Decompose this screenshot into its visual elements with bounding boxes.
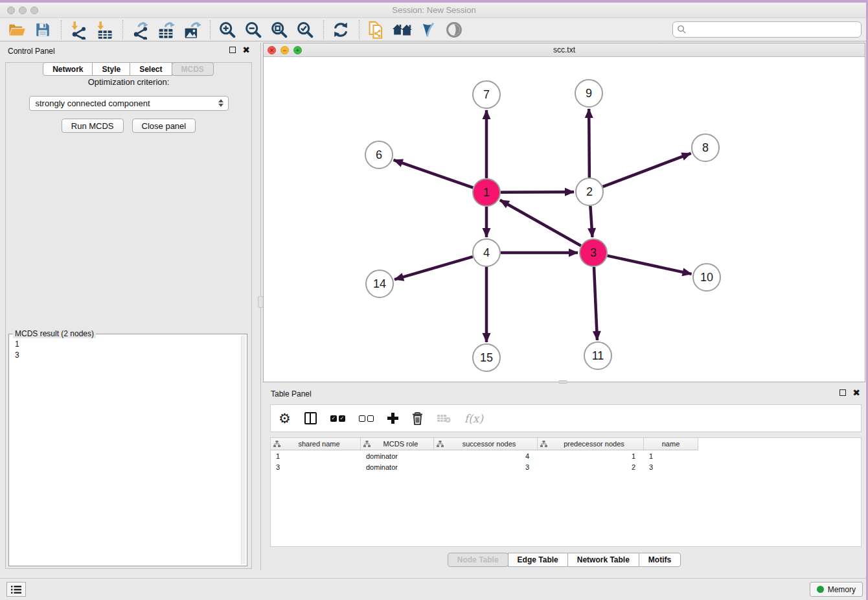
- add-row-icon[interactable]: [387, 413, 398, 424]
- network-window-titlebar[interactable]: ✕ − + scc.txt: [264, 43, 865, 57]
- float-panel-icon[interactable]: [229, 47, 236, 53]
- import-network-icon[interactable]: [68, 19, 89, 40]
- column-header-shared-name[interactable]: shared name: [271, 438, 361, 450]
- control-panel-tabs: Network Style Select MCDS: [0, 62, 257, 76]
- import-table-icon[interactable]: [94, 19, 115, 40]
- graph-node-label-9: 9: [586, 87, 592, 100]
- column-header-mcds-role[interactable]: MCDS role: [361, 438, 434, 450]
- tab-node-table[interactable]: Node Table: [448, 553, 508, 567]
- graph-edge-2-8[interactable]: [603, 154, 691, 187]
- export-image-icon[interactable]: [181, 19, 202, 40]
- graph-node-label-15: 15: [480, 351, 493, 364]
- graph-edge-2-9[interactable]: [589, 109, 589, 178]
- cell-predecessor-nodes[interactable]: 1: [538, 452, 644, 460]
- table-toolbar: ⚙ ✓✓ f(x): [270, 404, 862, 432]
- table-row[interactable]: 3 dominator 3 2 3: [271, 461, 861, 472]
- list-icon: [10, 585, 22, 594]
- cell-shared-name[interactable]: 3: [271, 463, 361, 471]
- network-resize-grip[interactable]: [558, 380, 567, 384]
- graph-node-label-7: 7: [483, 88, 490, 101]
- column-header-predecessor-nodes[interactable]: predecessor nodes: [538, 438, 644, 450]
- tab-motifs[interactable]: Motifs: [639, 553, 681, 567]
- mcds-result-line: 3: [15, 350, 240, 361]
- graph-edge-3-10[interactable]: [607, 256, 691, 274]
- tab-network-table[interactable]: Network Table: [567, 553, 639, 567]
- graph-node-label-14: 14: [373, 277, 386, 290]
- zoom-selected-icon[interactable]: [295, 19, 315, 40]
- tab-style[interactable]: Style: [92, 62, 130, 76]
- memory-button[interactable]: Memory: [810, 582, 863, 597]
- tab-select[interactable]: Select: [130, 62, 172, 76]
- show-details-icon[interactable]: [444, 19, 464, 40]
- open-session-icon[interactable]: [6, 19, 27, 40]
- mcds-panel-body: Optimization criterion: strongly connect…: [5, 62, 252, 569]
- column-header-name[interactable]: name: [644, 438, 698, 450]
- refresh-view-icon[interactable]: [330, 19, 351, 40]
- graph-edge-2-3[interactable]: [590, 206, 592, 237]
- cell-successor-nodes[interactable]: 3: [434, 463, 538, 471]
- graph-edge-1-2[interactable]: [501, 192, 574, 192]
- split-columns-icon[interactable]: [304, 412, 317, 424]
- table-settings-icon[interactable]: ⚙: [279, 412, 291, 425]
- table-header-row: shared name MCDS role successor nodes pr…: [271, 438, 861, 450]
- result-scrollbar[interactable]: [241, 336, 246, 564]
- cell-successor-nodes[interactable]: 4: [434, 452, 538, 460]
- delete-row-icon[interactable]: [412, 412, 423, 425]
- optimization-criterion-label: Optimization criterion:: [6, 77, 251, 87]
- cell-shared-name[interactable]: 1: [271, 452, 361, 460]
- zoom-fit-icon[interactable]: [269, 19, 290, 40]
- hide-details-icon[interactable]: [418, 19, 439, 40]
- run-mcds-button[interactable]: Run MCDS: [62, 119, 124, 133]
- optimization-criterion-value: strongly connected component: [36, 98, 150, 108]
- zoom-out-icon[interactable]: [243, 19, 264, 40]
- memory-label: Memory: [828, 585, 856, 594]
- graph-edge-1-6[interactable]: [394, 160, 474, 188]
- network-from-selection-icon[interactable]: [366, 19, 387, 40]
- zoom-in-icon[interactable]: [217, 19, 238, 40]
- table-panel-title: Table Panel: [271, 389, 312, 398]
- float-table-panel-icon[interactable]: [839, 389, 846, 396]
- graph-edge-4-14[interactable]: [394, 257, 473, 279]
- table-row[interactable]: 1 dominator 4 1 1: [271, 450, 861, 461]
- deselect-all-columns-icon[interactable]: [359, 415, 374, 422]
- tab-mcds[interactable]: MCDS: [172, 62, 214, 76]
- cell-mcds-role[interactable]: dominator: [361, 463, 434, 471]
- function-builder-icon: f(x): [464, 412, 483, 425]
- select-all-columns-icon[interactable]: ✓✓: [330, 415, 345, 422]
- search-field[interactable]: [672, 21, 862, 38]
- cell-mcds-role[interactable]: dominator: [361, 452, 434, 460]
- graph-node-label-11: 11: [592, 349, 604, 362]
- close-panel-icon[interactable]: ✖: [242, 47, 250, 53]
- network-window-title: scc.txt: [264, 45, 865, 54]
- graph-node-label-2: 2: [586, 185, 593, 198]
- task-history-button[interactable]: [6, 582, 26, 597]
- export-network-icon[interactable]: [130, 19, 150, 40]
- status-bar: Memory: [0, 578, 868, 600]
- memory-status-icon: [817, 586, 824, 593]
- search-input[interactable]: [687, 22, 861, 37]
- tab-edge-table[interactable]: Edge Table: [508, 553, 568, 567]
- toolbar-separator: [359, 20, 360, 40]
- export-table-icon[interactable]: [155, 19, 176, 40]
- home-networks-icon[interactable]: [392, 19, 413, 40]
- network-graph[interactable]: 7968124314101511: [264, 57, 865, 382]
- cell-predecessor-nodes[interactable]: 2: [538, 463, 644, 471]
- optimization-criterion-select[interactable]: strongly connected component: [29, 96, 229, 111]
- tab-network[interactable]: Network: [43, 62, 93, 76]
- cell-name[interactable]: 3: [644, 463, 698, 471]
- close-table-panel-icon[interactable]: ✖: [852, 389, 860, 396]
- mcds-result-box: MCDS result (2 nodes) 1 3: [8, 334, 247, 566]
- graph-edge-3-11[interactable]: [594, 267, 597, 340]
- window-title: Session: New Session: [0, 5, 868, 15]
- mcds-result-list[interactable]: 1 3: [11, 336, 240, 564]
- save-session-icon[interactable]: [32, 19, 53, 40]
- graph-edge-3-1[interactable]: [500, 200, 581, 246]
- network-canvas[interactable]: 7968124314101511: [264, 57, 865, 382]
- select-stepper-icon: [218, 99, 223, 107]
- close-panel-button[interactable]: Close panel: [132, 119, 196, 133]
- graph-node-label-10: 10: [700, 271, 713, 284]
- cell-name[interactable]: 1: [644, 452, 698, 460]
- sort-icon: [273, 441, 280, 447]
- column-header-successor-nodes[interactable]: successor nodes: [434, 438, 538, 450]
- node-table: shared name MCDS role successor nodes pr…: [270, 437, 862, 547]
